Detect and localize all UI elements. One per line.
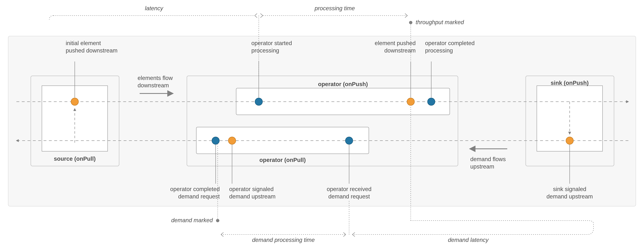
demand-processing-span: demand processing time [221,233,346,243]
dot-overlay [407,98,414,105]
dot-overlay [228,137,236,144]
dot-overlay [212,137,219,144]
source-label: source (onPull) [54,155,96,162]
label-initial-element2: pushed downstream [66,47,118,54]
label-elements-flow: elements flow [138,75,173,81]
l-sink-sig: sink signaled [553,186,586,192]
dot-overlay [71,98,78,105]
dot-overlay [255,98,262,105]
l-op-complete2: processing [425,47,453,54]
stream-diagram: latency processing time throughput marke… [0,0,644,252]
throughput-marked-label: throughput marked [416,19,464,25]
demand-latency-label: demand latency [448,237,489,243]
l-sink-sig2: demand upstream [546,193,593,200]
l-el-pushed: element pushed [375,40,416,46]
l-op-cdem: operator completed [170,186,220,192]
l-op-recdem: operator received [327,186,372,192]
l-op-start: operator started [251,40,292,46]
l-op-complete: operator completed [425,40,475,46]
demand-processing-label: demand processing time [252,237,315,243]
operator-pull-label: operator (onPull) [260,157,306,163]
l-op-sigdem2: demand upstream [229,193,276,200]
l-op-recdem2: demand request [328,193,370,200]
label-initial-element: initial element [66,40,101,46]
dot-overlay [346,137,353,144]
demand-latency-span: demand latency [352,221,594,243]
l-op-cdem2: demand request [178,193,220,200]
sink-label: sink (onPush) [551,80,589,86]
l-el-pushed2: downstream [384,47,416,54]
label-elements-flow2: downstream [138,82,169,89]
label-demand-flows: demand flows [470,156,506,162]
dot-overlay [428,98,435,105]
l-op-sigdem: operator signaled [229,186,274,192]
l-op-start2: processing [251,47,279,54]
processing-time-label: processing time [314,5,355,11]
latency-span: latency [49,5,257,20]
processing-time-span: processing time [260,5,408,18]
label-demand-flows2: upstream [470,163,494,170]
latency-label: latency [145,5,164,11]
demand-marked-label: demand marked [171,217,213,224]
operator-push-label: operator (onPush) [318,81,368,87]
dot-overlay [566,137,573,144]
